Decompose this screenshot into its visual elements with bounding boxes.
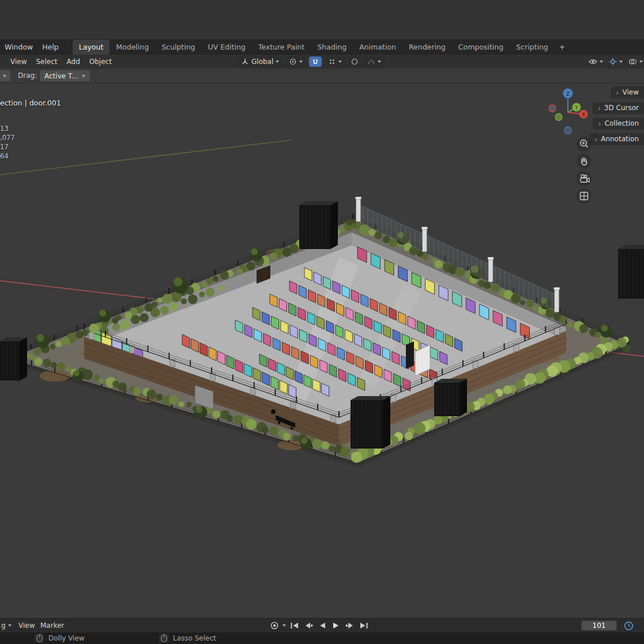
navigation-gizmo[interactable]: Z Y X <box>536 85 600 140</box>
timeline-menu-marker[interactable]: Marker <box>40 619 64 632</box>
tool-mode-dropdown[interactable] <box>0 70 10 81</box>
transform-orientation-dropdown[interactable]: Global <box>238 57 283 67</box>
overlays-dropdown[interactable] <box>628 57 643 66</box>
zoom-button[interactable] <box>577 137 592 152</box>
viewport-nav-buttons <box>577 137 592 204</box>
prev-keyframe-button[interactable] <box>303 621 314 630</box>
tab-sculpting[interactable]: Sculpting <box>155 40 201 55</box>
drag-label: Drag: <box>18 69 37 83</box>
tab-shading[interactable]: Shading <box>311 40 353 55</box>
menu-view[interactable]: View <box>6 55 31 69</box>
axis-neg-x[interactable] <box>549 105 556 112</box>
chevron-down-icon <box>82 75 85 77</box>
jump-to-start-button[interactable] <box>289 621 300 630</box>
topbar: Window Help Layout Modeling Sculpting UV… <box>0 39 644 55</box>
sidebar-tab-label: Collection <box>605 119 639 127</box>
sidebar-tab-label: 3D Cursor <box>604 104 639 112</box>
menu-window[interactable]: Window <box>0 39 37 55</box>
sidebar-tab-view[interactable]: › View <box>611 86 644 99</box>
popover-fragment-label: g <box>1 622 6 630</box>
current-frame-field[interactable]: 101 <box>581 620 617 631</box>
active-object-info: ection | door.001 <box>0 99 61 107</box>
mouse-icon <box>159 634 168 643</box>
pivot-point-dropdown[interactable] <box>285 57 306 67</box>
tab-modeling[interactable]: Modeling <box>110 40 155 55</box>
prev-keyframe-icon <box>304 622 313 629</box>
orientation-icon <box>241 58 249 66</box>
proportional-icon <box>351 58 359 66</box>
chevron-down-icon <box>276 61 279 63</box>
viewport-header-right <box>588 55 643 69</box>
tab-animation[interactable]: Animation <box>353 40 402 55</box>
scene-statistics: 13 ,077 17 64 <box>0 124 15 161</box>
play-reverse-button[interactable] <box>317 621 327 630</box>
chevron-down-icon <box>3 75 6 77</box>
chevron-down-icon <box>600 61 603 63</box>
chevron-down-icon <box>639 61 643 63</box>
next-keyframe-button[interactable] <box>344 621 355 630</box>
viewport-header: View Select Add Object Global <box>0 55 644 69</box>
proportional-editing-toggle[interactable] <box>348 57 361 67</box>
menu-select[interactable]: Select <box>31 55 62 69</box>
zoom-icon <box>577 137 591 151</box>
mouse-icon <box>35 634 44 643</box>
tab-compositing[interactable]: Compositing <box>452 40 510 55</box>
pan-button[interactable] <box>577 154 592 169</box>
proportional-falloff-dropdown[interactable] <box>364 57 385 67</box>
snap-toggle[interactable] <box>309 57 322 67</box>
stat-line: 64 <box>0 152 15 161</box>
camera-view-button[interactable] <box>577 171 592 186</box>
tab-scripting[interactable]: Scripting <box>510 40 555 55</box>
falloff-curve-icon <box>367 58 375 66</box>
menu-add[interactable]: Add <box>62 55 85 69</box>
tab-layout[interactable]: Layout <box>73 40 110 55</box>
status-hint-lasso: Lasso Select <box>159 632 216 644</box>
pivot-icon <box>289 58 297 66</box>
drag-mode-dropdown[interactable]: Active T... <box>40 70 90 81</box>
tab-uv-editing[interactable]: UV Editing <box>202 40 252 55</box>
chevron-down-icon <box>338 61 342 63</box>
chevron-down-icon <box>8 624 12 627</box>
ortho-grid-icon <box>577 189 591 203</box>
sidebar-tab-label: View <box>623 88 639 96</box>
timeline-menu-view[interactable]: View <box>18 619 35 632</box>
chevron-down-icon <box>378 61 381 63</box>
tab-rendering[interactable]: Rendering <box>402 40 452 55</box>
axis-neg-y[interactable] <box>555 114 562 120</box>
chevron-down-icon <box>299 61 303 63</box>
sidebar-tab-3d-cursor[interactable]: › 3D Cursor <box>593 102 644 114</box>
viewport-menus: View Select Add Object <box>6 55 116 69</box>
play-reverse-icon <box>318 622 326 629</box>
chevron-right-icon: › <box>616 89 619 96</box>
toggle-projection-button[interactable] <box>577 189 592 204</box>
gizmo-icon <box>608 57 617 66</box>
viewport-3d[interactable]: ection | door.001 13 ,077 17 64 › View ›… <box>0 84 644 618</box>
camera-icon <box>577 172 591 186</box>
add-workspace-button[interactable]: + <box>555 40 570 55</box>
stat-line: 17 <box>0 142 15 152</box>
gizmos-dropdown[interactable] <box>608 57 623 66</box>
orientation-value: Global <box>251 58 273 66</box>
axis-neg-z[interactable] <box>564 127 571 134</box>
eye-icon <box>588 57 598 66</box>
jump-to-end-button[interactable] <box>358 621 369 630</box>
axis-x-label: X <box>582 112 585 118</box>
viewport-3d-scene[interactable] <box>0 84 644 618</box>
record-button[interactable] <box>269 621 280 630</box>
menu-object[interactable]: Object <box>85 55 116 69</box>
jump-start-icon <box>290 622 299 629</box>
window-top-space <box>0 0 644 39</box>
timeline-popover-fragment[interactable]: g <box>1 619 12 632</box>
auto-keying-toggle[interactable] <box>623 620 634 631</box>
play-icon <box>332 622 340 629</box>
sidebar-tab-collection[interactable]: › Collection <box>593 118 644 130</box>
tab-texture-paint[interactable]: Texture Paint <box>252 40 311 55</box>
chevron-down-icon <box>619 61 623 63</box>
status-hint-label: Lasso Select <box>173 634 216 642</box>
play-button[interactable] <box>330 621 341 630</box>
snap-settings-dropdown[interactable] <box>325 57 345 67</box>
transform-controls: Global <box>238 55 385 69</box>
menu-help[interactable]: Help <box>37 39 63 55</box>
visibility-dropdown[interactable] <box>588 57 603 66</box>
drag-mode-value: Active T... <box>44 72 78 80</box>
